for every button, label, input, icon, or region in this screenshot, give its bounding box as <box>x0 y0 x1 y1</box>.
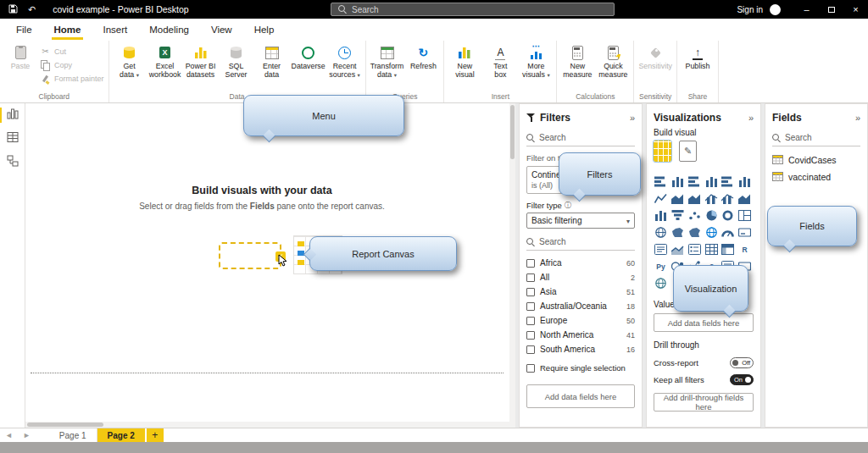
cut-button[interactable]: Cut <box>40 47 104 57</box>
drill-through-add-fields-dropzone[interactable]: Add drill-through fields here <box>654 393 754 412</box>
report-view-button[interactable] <box>0 103 25 127</box>
menu-file[interactable]: File <box>5 19 43 41</box>
clustered-bar-chart-icon[interactable] <box>687 175 702 188</box>
filter-type-dropdown[interactable]: Basic filtering <box>526 213 635 229</box>
keep-all-filters-toggle[interactable]: On <box>730 374 754 385</box>
excel-workbook-button[interactable]: Excelworkbook <box>147 42 183 80</box>
filters-search-input[interactable]: Search <box>526 130 635 146</box>
minimize-button[interactable]: – <box>794 0 819 19</box>
more-visuals-button[interactable]: Morevisuals ▾ <box>518 42 554 80</box>
format-painter-button[interactable]: Format painter <box>40 74 104 84</box>
enter-data-button[interactable]: Enterdata <box>254 42 290 80</box>
funnel-chart-icon[interactable] <box>670 209 685 222</box>
python-visual-icon[interactable]: Py <box>654 260 668 273</box>
stacked-bar-chart-icon[interactable] <box>654 175 668 188</box>
arcgis-map-icon[interactable] <box>654 277 668 290</box>
new-measure-button[interactable]: Newmeasure <box>559 42 595 80</box>
stacked-column-chart-icon[interactable] <box>670 175 685 188</box>
filter-value-row[interactable]: All2 <box>526 270 635 285</box>
values-add-data-fields-dropzone[interactable]: Add data fields here <box>654 313 754 332</box>
filter-value-row[interactable]: Africa60 <box>526 256 635 270</box>
donut-chart-icon[interactable] <box>721 209 735 222</box>
refresh-button[interactable]: Refresh <box>405 42 441 70</box>
publish-button[interactable]: Publish <box>680 42 715 70</box>
field-table-vaccinated[interactable]: vaccinated <box>772 168 860 185</box>
quick-measure-button[interactable]: Quickmeasure <box>595 42 631 80</box>
treemap-icon[interactable] <box>737 209 752 222</box>
recent-sources-button[interactable]: Recentsources ▾ <box>327 42 363 80</box>
collapse-pane-icon[interactable] <box>748 113 754 123</box>
filter-value-row[interactable]: Australia/Oceania18 <box>526 299 635 313</box>
multi-row-card-icon[interactable] <box>654 243 668 256</box>
100-stacked-bar-chart-icon[interactable] <box>721 175 735 188</box>
collapse-pane-icon[interactable] <box>630 113 635 123</box>
field-table-covidcases[interactable]: CovidCases <box>772 152 860 168</box>
pbi-datasets-button[interactable]: Power BIdatasets <box>183 42 219 80</box>
data-view-button[interactable] <box>0 127 25 151</box>
save-icon[interactable] <box>8 2 18 17</box>
line-and-stacked-column-chart-icon[interactable] <box>704 192 719 205</box>
waterfall-chart-icon[interactable] <box>654 209 668 222</box>
sql-server-button[interactable]: SQLServer <box>219 42 254 80</box>
next-page-icon[interactable]: ► <box>18 428 36 442</box>
filters-add-data-fields-dropzone[interactable]: Add data fields here <box>526 384 635 408</box>
build-visual-mode-icon[interactable] <box>654 141 671 162</box>
menu-insert[interactable]: Insert <box>92 19 138 41</box>
menu-home[interactable]: Home <box>43 19 92 41</box>
sensitivity-button[interactable]: Sensitivity <box>637 42 674 70</box>
format-page-mode-icon[interactable] <box>679 141 697 162</box>
r-script-visual-icon[interactable]: R <box>737 243 752 256</box>
account-avatar[interactable] <box>770 4 781 15</box>
stacked-area-chart-icon[interactable] <box>687 192 702 205</box>
kpi-icon[interactable] <box>670 243 685 256</box>
area-chart-icon[interactable] <box>670 192 685 205</box>
fields-search-input[interactable]: Search <box>772 130 860 146</box>
filter-value-row[interactable]: Asia51 <box>526 285 635 299</box>
previous-page-icon[interactable]: ◄ <box>0 428 18 442</box>
menu-help[interactable]: Help <box>243 19 286 41</box>
page-tab-page-1[interactable]: Page 1 <box>49 428 97 442</box>
pie-chart-icon[interactable] <box>704 209 719 222</box>
require-single-selection-row[interactable]: Require single selection <box>526 363 635 373</box>
text-box-button[interactable]: Textbox <box>482 42 518 80</box>
card-icon[interactable] <box>737 226 752 239</box>
filter-values-search-input[interactable]: Search <box>526 234 635 251</box>
clustered-column-chart-icon[interactable] <box>704 175 719 188</box>
line-and-clustered-column-chart-icon[interactable] <box>721 192 735 205</box>
restore-button[interactable] <box>819 0 843 19</box>
undo-icon[interactable]: ↶ <box>28 5 36 14</box>
paste-button[interactable]: Paste <box>3 42 38 70</box>
line-chart-icon[interactable] <box>654 192 668 205</box>
azure-map-icon[interactable] <box>704 226 719 239</box>
scatter-chart-icon[interactable] <box>687 209 702 222</box>
model-view-button[interactable] <box>0 151 25 174</box>
page-tab-page-2[interactable]: Page 2 <box>97 428 145 442</box>
100-stacked-column-chart-icon[interactable] <box>737 175 752 188</box>
new-visual-button[interactable]: Newvisual <box>447 42 482 80</box>
filter-value-row[interactable]: North America41 <box>526 328 635 342</box>
menu-modeling[interactable]: Modeling <box>138 19 200 41</box>
dataverse-button[interactable]: Dataverse <box>290 42 327 70</box>
filled-map-icon[interactable] <box>670 226 685 239</box>
filter-value-row[interactable]: South America16 <box>526 342 635 356</box>
titlebar-search[interactable]: Search <box>331 3 615 16</box>
get-data-button[interactable]: Getdata ▾ <box>112 42 147 80</box>
canvas-horizontal-scrollbar[interactable] <box>25 422 515 428</box>
matrix-icon[interactable] <box>721 243 735 256</box>
close-button[interactable]: × <box>843 0 868 19</box>
ribbon-chart-icon[interactable] <box>737 192 752 205</box>
canvas-vertical-scrollbar[interactable] <box>509 103 515 428</box>
slicer-icon[interactable] <box>687 243 702 256</box>
add-page-button[interactable] <box>147 428 164 442</box>
sign-in-button[interactable]: Sign in <box>737 5 763 14</box>
filter-value-row[interactable]: Europe50 <box>526 313 635 328</box>
copy-button[interactable]: Copy <box>40 60 104 70</box>
menu-view[interactable]: View <box>200 19 243 41</box>
cross-report-toggle[interactable]: Off <box>730 357 754 368</box>
collapse-pane-icon[interactable] <box>855 113 860 123</box>
table-icon[interactable] <box>704 243 719 256</box>
map-icon[interactable] <box>654 226 668 239</box>
gauge-icon[interactable] <box>721 226 735 239</box>
transform-data-button[interactable]: Transformdata ▾ <box>369 42 406 80</box>
shape-map-icon[interactable] <box>687 226 702 239</box>
